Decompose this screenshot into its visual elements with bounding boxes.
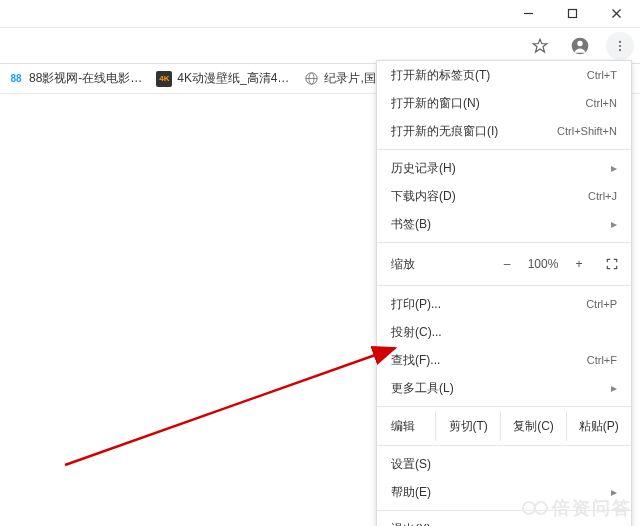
svg-point-6 xyxy=(619,40,621,42)
annotation-arrow xyxy=(60,340,420,470)
menu-item-find[interactable]: 查找(F)...Ctrl+F xyxy=(377,346,631,374)
zoom-in-button[interactable]: + xyxy=(565,257,593,271)
menu-item-history[interactable]: 历史记录(H)▸ xyxy=(377,154,631,182)
chevron-right-icon: ▸ xyxy=(611,161,617,175)
menu-separator xyxy=(377,242,631,243)
edit-cut-button[interactable]: 剪切(T) xyxy=(435,411,500,441)
svg-point-7 xyxy=(619,44,621,46)
favicon-icon: 4K xyxy=(156,71,172,87)
menu-item-downloads[interactable]: 下载内容(D)Ctrl+J xyxy=(377,182,631,210)
edit-copy-button[interactable]: 复制(C) xyxy=(500,411,565,441)
menu-item-settings[interactable]: 设置(S) xyxy=(377,450,631,478)
watermark: 倍资问答 xyxy=(522,496,632,520)
window-titlebar xyxy=(0,0,640,28)
svg-point-8 xyxy=(619,49,621,51)
svg-line-13 xyxy=(65,348,395,465)
menu-item-more-tools[interactable]: 更多工具(L)▸ xyxy=(377,374,631,402)
fullscreen-button[interactable] xyxy=(593,257,631,271)
menu-item-zoom: 缩放 – 100% + xyxy=(377,247,631,281)
bookmark-label: 88影视网-在线电影… xyxy=(29,70,142,87)
menu-item-cast[interactable]: 投射(C)... xyxy=(377,318,631,346)
zoom-out-button[interactable]: – xyxy=(493,257,521,271)
chevron-right-icon: ▸ xyxy=(611,217,617,231)
globe-icon xyxy=(303,71,319,87)
edit-paste-button[interactable]: 粘贴(P) xyxy=(566,411,631,441)
main-menu: 打开新的标签页(T)Ctrl+T 打开新的窗口(N)Ctrl+N 打开新的无痕窗… xyxy=(376,60,632,526)
star-icon[interactable] xyxy=(526,32,554,60)
menu-separator xyxy=(377,285,631,286)
menu-item-print[interactable]: 打印(P)...Ctrl+P xyxy=(377,290,631,318)
menu-button[interactable] xyxy=(606,32,634,60)
menu-item-new-tab[interactable]: 打开新的标签页(T)Ctrl+T xyxy=(377,61,631,89)
svg-rect-1 xyxy=(568,10,576,18)
menu-item-bookmarks[interactable]: 书签(B)▸ xyxy=(377,210,631,238)
chevron-right-icon: ▸ xyxy=(611,381,617,395)
minimize-button[interactable] xyxy=(506,0,550,28)
menu-item-new-window[interactable]: 打开新的窗口(N)Ctrl+N xyxy=(377,89,631,117)
browser-toolbar xyxy=(0,28,640,64)
zoom-level: 100% xyxy=(521,257,565,271)
profile-icon[interactable] xyxy=(566,32,594,60)
bookmark-label: 4K动漫壁纸_高清4… xyxy=(177,70,289,87)
favicon-icon: 88 xyxy=(8,71,24,87)
menu-item-edit: 编辑 剪切(T) 复制(C) 粘贴(P) xyxy=(377,411,631,441)
menu-item-incognito[interactable]: 打开新的无痕窗口(I)Ctrl+Shift+N xyxy=(377,117,631,145)
bookmark-item[interactable]: 88 88影视网-在线电影… xyxy=(8,70,142,87)
menu-separator xyxy=(377,406,631,407)
svg-point-5 xyxy=(577,40,582,45)
close-button[interactable] xyxy=(594,0,638,28)
menu-separator xyxy=(377,445,631,446)
bookmark-item[interactable]: 4K 4K动漫壁纸_高清4… xyxy=(156,70,289,87)
maximize-button[interactable] xyxy=(550,0,594,28)
menu-separator xyxy=(377,149,631,150)
